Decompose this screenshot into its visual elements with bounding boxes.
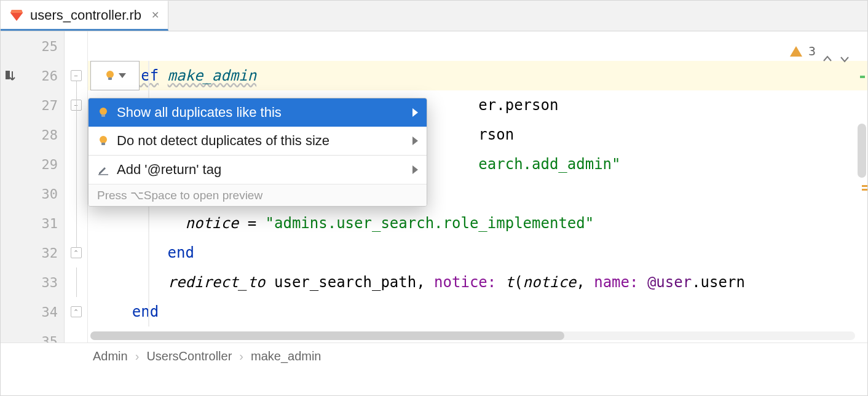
ruby-file-icon: [9, 8, 24, 23]
line-number: 34: [1, 297, 64, 327]
menu-item-ignore-duplicates[interactable]: Do not detect duplicates of this size: [89, 127, 427, 155]
lightbulb-icon: [97, 135, 109, 147]
line-number: 27: [1, 90, 64, 120]
svg-rect-4: [108, 77, 112, 80]
fold-end-icon[interactable]: ⌃: [71, 306, 82, 317]
lightbulb-icon: [97, 106, 109, 119]
lightbulb-icon: [104, 69, 116, 82]
menu-item-label: Show all duplicates like this: [117, 105, 282, 121]
menu-item-show-duplicates[interactable]: Show all duplicates like this: [89, 98, 427, 127]
error-stripe-marker[interactable]: [860, 76, 865, 78]
line-number: 30: [1, 179, 64, 208]
editor-area: 25 26 27 28 29 30 31 32 33 34 35 − − ⌃ ⌃: [1, 31, 867, 370]
submenu-arrow-icon: [412, 108, 418, 117]
line-number: 32: [1, 238, 64, 267]
code-line: redirect_to user_search_path, notice: t(…: [88, 267, 867, 297]
line-number-gutter: 25 26 27 28 29 30 31 32 33 34 35: [1, 31, 65, 370]
warning-count: 3: [808, 36, 816, 66]
horizontal-scrollbar[interactable]: [90, 331, 855, 340]
close-tab-icon[interactable]: ✕: [151, 9, 159, 21]
breadcrumb-bar: Admin › UsersController › make_admin: [1, 343, 867, 370]
code-line: [88, 31, 867, 61]
line-number: 29: [1, 149, 64, 179]
chevron-right-icon: ›: [239, 349, 243, 363]
line-number: 33: [1, 267, 64, 297]
dropdown-caret-icon: [119, 73, 126, 78]
code-line: end: [88, 297, 867, 327]
code-line: end: [88, 238, 867, 267]
editor-tab-active[interactable]: users_controller.rb ✕: [1, 1, 168, 31]
intention-popup: Show all duplicates like this Do not det…: [88, 98, 427, 207]
svg-marker-1: [10, 10, 23, 13]
chevron-up-icon[interactable]: [822, 46, 833, 57]
submenu-arrow-icon: [412, 165, 418, 174]
breadcrumb-segment[interactable]: Admin: [93, 349, 128, 363]
chevron-right-icon: ›: [135, 349, 140, 363]
tab-bar: users_controller.rb ✕: [1, 1, 867, 31]
popup-hint: Press ⌥Space to open preview: [89, 184, 427, 206]
warning-icon: [790, 46, 802, 57]
line-number: 26: [1, 61, 64, 90]
svg-rect-6: [101, 114, 105, 117]
line-number: 31: [1, 208, 64, 238]
edit-icon: [97, 164, 109, 176]
svg-rect-8: [101, 143, 105, 145]
code-line-current: def make_admin: [88, 61, 867, 90]
error-stripe-marker[interactable]: [862, 185, 867, 187]
svg-point-3: [106, 71, 114, 78]
fold-gutter: − − ⌃ ⌃: [65, 31, 88, 370]
line-number: 25: [1, 31, 64, 61]
breadcrumb-segment[interactable]: make_admin: [251, 349, 322, 363]
scrollbar-thumb[interactable]: [90, 331, 564, 340]
inspection-summary[interactable]: 3: [790, 36, 850, 66]
svg-point-5: [100, 108, 107, 115]
error-stripe-marker[interactable]: [862, 189, 867, 191]
svg-point-7: [100, 136, 107, 143]
fold-end-icon[interactable]: ⌃: [71, 247, 82, 258]
fold-toggle-icon[interactable]: −: [71, 70, 82, 81]
tab-filename: users_controller.rb: [30, 7, 141, 23]
menu-item-add-return-tag[interactable]: Add '@return' tag: [89, 156, 427, 184]
submenu-arrow-icon: [412, 137, 418, 145]
menu-item-label: Add '@return' tag: [117, 162, 221, 178]
chevron-down-icon[interactable]: [839, 46, 850, 57]
vertical-scrollbar-thumb[interactable]: [858, 124, 866, 178]
svg-rect-2: [6, 71, 10, 79]
intention-bulb-button[interactable]: [90, 61, 140, 90]
code-line: notice = "admins.user_search.role_implem…: [88, 208, 867, 238]
method-separator-icon: [4, 69, 18, 82]
line-number: 28: [1, 120, 64, 149]
breadcrumb-segment[interactable]: UsersController: [146, 349, 232, 363]
menu-item-label: Do not detect duplicates of this size: [117, 133, 329, 149]
